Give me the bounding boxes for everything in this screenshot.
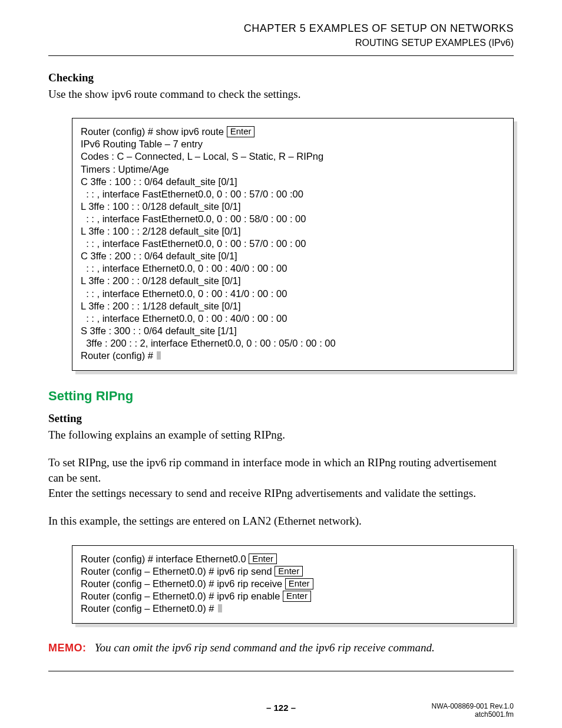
code-line: : : , interface FastEthernet0.0, 0 : 00 …: [81, 213, 505, 225]
memo-note: MEMO: You can omit the ipv6 rip send com…: [48, 640, 514, 655]
code-line: C 3ffe : 100 : : 0/64 default_site [0/1]: [81, 176, 505, 188]
code-line: : : , interface FastEthernet0.0, 0 : 00 …: [81, 188, 505, 200]
code-line: Router (config – Ethernet0.0) # ipv6 rip…: [81, 578, 505, 590]
footer-rule: [48, 671, 514, 671]
code-text: Router (config) # show ipv6 route: [81, 126, 227, 137]
code-line: L 3ffe : 200 : : 1/128 default_site [0/1…: [81, 300, 505, 312]
checking-title: Checking: [48, 70, 514, 85]
code-line: : : , interface FastEthernet0.0, 0 : 00 …: [81, 238, 505, 250]
checking-body: Use the show ipv6 route command to check…: [48, 87, 514, 102]
code-block-ripng-setting: Router (config) # interface Ethernet0.0 …: [72, 545, 514, 624]
code-text: Router (config – Ethernet0.0) # ipv6 rip…: [81, 591, 283, 601]
code-text: Router (config) # interface Ethernet0.0: [81, 554, 249, 564]
code-line: L 3ffe : 200 : : 0/128 default_site [0/1…: [81, 275, 505, 287]
footer-rev: NWA-008869-001 Rev.1.0: [432, 702, 514, 710]
code-text: Router (config – Ethernet0.0) # ipv6 rip…: [81, 566, 275, 577]
page-footer: – 122 – NWA-008869-001 Rev.1.0 atch5001.…: [48, 702, 514, 714]
page-header: CHAPTER 5 EXAMPLES OF SETUP ON NETWORKS …: [48, 21, 514, 50]
code-line: Timers : Uptime/Age: [81, 163, 505, 176]
code-line: C 3ffe : 200 : : 0/64 default_site [0/1]: [81, 250, 505, 262]
code-line: Router (config – Ethernet0.0) # ipv6 rip…: [81, 590, 505, 602]
code-box: Router (config) # show ipv6 route Enter …: [72, 118, 514, 371]
cursor-icon: [157, 351, 161, 360]
code-block-routing-table: Router (config) # show ipv6 route Enter …: [72, 118, 514, 371]
ripng-paragraph-2: To set RIPng, use the ipv6 rip command i…: [48, 455, 514, 485]
memo-label: MEMO:: [48, 642, 87, 654]
section-heading-ripng: Setting RIPng: [48, 387, 514, 405]
code-line: L 3ffe : 100 : : 0/128 default_site [0/1…: [81, 200, 505, 213]
code-line: 3ffe : 200 : : 2, interface Ethernet0.0,…: [81, 337, 505, 350]
code-line: Router (config) # show ipv6 route Enter: [81, 126, 505, 138]
code-prompt: Router (config – Ethernet0.0) #: [81, 603, 217, 614]
code-line: Router (config – Ethernet0.0) #: [81, 602, 505, 615]
code-line: S 3ffe : 300 : : 0/64 default_site [1/1]: [81, 325, 505, 337]
enter-key-icon: Enter: [285, 578, 313, 589]
footer-file: atch5001.fm: [432, 710, 514, 719]
code-line: Router (config) #: [81, 350, 505, 362]
code-line: Router (config) # interface Ethernet0.0 …: [81, 553, 505, 565]
code-line: L 3ffe : 100 : : 2/128 default_site [0/1…: [81, 225, 505, 238]
header-rule: [48, 55, 514, 56]
code-prompt: Router (config) #: [81, 350, 156, 361]
code-box: Router (config) # interface Ethernet0.0 …: [72, 545, 514, 624]
code-line: IPv6 Routing Table – 7 entry: [81, 138, 505, 150]
enter-key-icon: Enter: [275, 566, 303, 577]
ripng-paragraph-1: The following explains an example of set…: [48, 427, 514, 443]
enter-key-icon: Enter: [249, 554, 277, 565]
code-text: Router (config – Ethernet0.0) # ipv6 rip…: [81, 578, 285, 589]
code-line: : : , interface Ethernet0.0, 0 : 00 : 41…: [81, 288, 505, 300]
code-line: : : , interface Ethernet0.0, 0 : 00 : 40…: [81, 312, 505, 325]
code-line: Router (config – Ethernet0.0) # ipv6 rip…: [81, 565, 505, 578]
header-chapter: CHAPTER 5 EXAMPLES OF SETUP ON NETWORKS: [48, 21, 514, 35]
memo-text: You can omit the ipv6 rip send command a…: [95, 641, 435, 654]
footer-doc-info: NWA-008869-001 Rev.1.0 atch5001.fm: [432, 702, 514, 719]
setting-subheading: Setting: [48, 411, 514, 426]
code-line: : : , interface Ethernet0.0, 0 : 00 : 40…: [81, 262, 505, 275]
enter-key-icon: Enter: [283, 591, 311, 602]
code-line: Codes : C – Connected, L – Local, S – St…: [81, 150, 505, 163]
ripng-paragraph-3: Enter the settings necessary to send and…: [48, 486, 514, 501]
enter-key-icon: Enter: [227, 126, 255, 137]
cursor-icon: [218, 604, 222, 612]
header-section: ROUTING SETUP EXAMPLES (IPv6): [48, 37, 514, 50]
ripng-paragraph-4: In this example, the settings are entere…: [48, 513, 514, 529]
